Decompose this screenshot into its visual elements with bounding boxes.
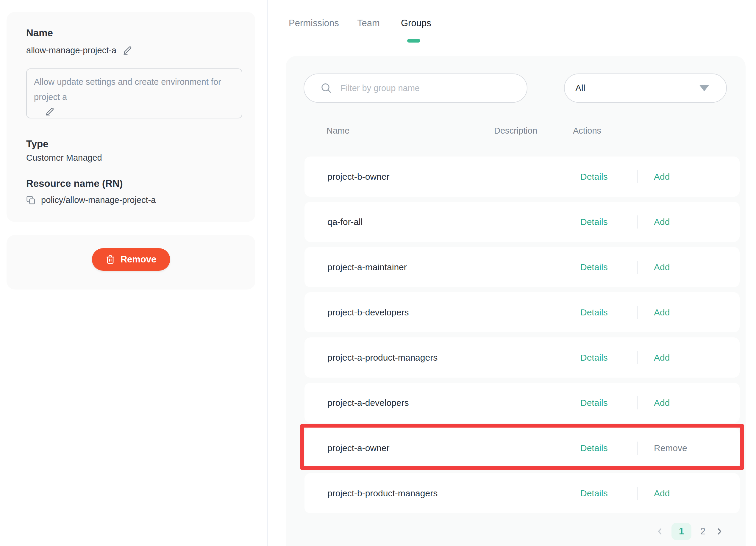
action-separator — [637, 215, 638, 229]
group-details-link[interactable]: Details — [580, 217, 608, 227]
group-add-link[interactable]: Add — [654, 172, 670, 182]
remove-policy-button[interactable]: Remove — [92, 248, 170, 271]
group-add-link[interactable]: Add — [654, 262, 670, 272]
group-details-link[interactable]: Details — [580, 398, 608, 408]
group-name: project-b-owner — [327, 172, 389, 182]
trash-icon — [106, 255, 115, 264]
action-separator — [637, 442, 638, 455]
group-add-link[interactable]: Add — [654, 488, 670, 498]
group-row: project-a-product-managers Details Add — [304, 337, 740, 378]
group-name: project-b-product-managers — [327, 488, 438, 498]
column-header-name: Name — [327, 126, 349, 136]
name-value: allow-manage-project-a — [26, 46, 116, 55]
group-details-link[interactable]: Details — [580, 172, 608, 182]
group-row: project-b-developers Details Add — [304, 292, 740, 332]
chevron-right-icon[interactable] — [714, 526, 724, 536]
copy-icon[interactable] — [26, 195, 36, 205]
action-separator — [637, 487, 638, 500]
group-name: qa-for-all — [327, 217, 363, 227]
pagination-page-2[interactable]: 2 — [698, 526, 708, 537]
action-separator — [637, 396, 638, 409]
name-label: Name — [26, 27, 53, 39]
tab-groups[interactable]: Groups — [401, 18, 431, 29]
group-row-highlighted: project-a-owner Details Remove — [304, 428, 740, 468]
group-add-link[interactable]: Add — [654, 353, 670, 363]
group-name: project-b-developers — [327, 307, 409, 317]
action-separator — [637, 306, 638, 319]
group-row: project-b-owner Details Add — [304, 157, 740, 197]
type-label: Type — [26, 138, 49, 150]
group-type-dropdown[interactable]: All — [564, 73, 727, 103]
group-row: project-a-maintainer Details Add — [304, 247, 740, 287]
resource-name-row: policy/allow-manage-project-a — [26, 195, 156, 205]
group-type-dropdown-value: All — [575, 83, 585, 93]
description-box[interactable]: Allow update settings and create environ… — [26, 68, 242, 118]
group-name: project-a-product-managers — [327, 353, 438, 363]
group-row: qa-for-all Details Add — [304, 202, 740, 242]
name-value-row: allow-manage-project-a — [26, 45, 132, 55]
group-details-link[interactable]: Details — [580, 307, 608, 317]
remove-policy-card: Remove — [7, 235, 255, 290]
group-details-link[interactable]: Details — [580, 353, 608, 363]
tab-permissions[interactable]: Permissions — [289, 18, 339, 29]
group-row: project-b-product-managers Details Add — [304, 473, 740, 513]
tab-bar-divider — [268, 41, 756, 41]
active-tab-indicator — [407, 39, 420, 43]
group-add-link[interactable]: Add — [654, 217, 670, 227]
group-row: project-a-developers Details Add — [304, 383, 740, 423]
edit-name-icon[interactable] — [122, 45, 132, 55]
chevron-left-icon[interactable] — [655, 526, 665, 536]
group-filter-field[interactable] — [304, 73, 527, 103]
group-details-link[interactable]: Details — [580, 262, 608, 272]
group-filter-input[interactable] — [340, 83, 518, 93]
column-header-description: Description — [494, 126, 537, 136]
pagination: 1 2 — [655, 522, 724, 541]
type-value: Customer Managed — [26, 153, 102, 163]
pagination-page-1[interactable]: 1 — [671, 523, 691, 540]
action-separator — [637, 170, 638, 183]
group-name: project-a-owner — [327, 443, 389, 453]
chevron-down-icon — [699, 85, 709, 91]
groups-panel: All Name Description Actions project-b-o… — [286, 56, 746, 546]
resource-name-value: policy/allow-manage-project-a — [41, 195, 156, 205]
resource-name-label: Resource name (RN) — [26, 178, 123, 189]
column-header-actions: Actions — [573, 126, 601, 136]
group-details-link[interactable]: Details — [580, 443, 608, 453]
action-separator — [637, 261, 638, 274]
action-separator — [637, 351, 638, 364]
description-value: Allow update settings and create environ… — [34, 74, 235, 105]
policy-info-card: Name allow-manage-project-a Allow update… — [7, 12, 255, 222]
edit-description-icon[interactable] — [45, 107, 55, 117]
group-name: project-a-maintainer — [327, 262, 407, 272]
tab-team[interactable]: Team — [357, 18, 380, 29]
group-name: project-a-developers — [327, 398, 409, 408]
remove-policy-label: Remove — [121, 254, 157, 265]
group-add-link[interactable]: Add — [654, 307, 670, 317]
group-remove-link[interactable]: Remove — [654, 443, 687, 453]
group-details-link[interactable]: Details — [580, 488, 608, 498]
search-icon — [320, 82, 332, 94]
column-divider — [267, 0, 268, 546]
group-add-link[interactable]: Add — [654, 398, 670, 408]
